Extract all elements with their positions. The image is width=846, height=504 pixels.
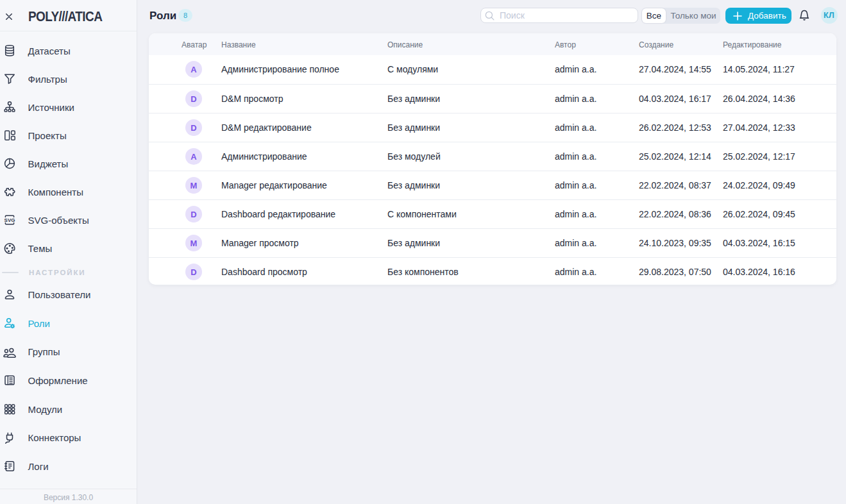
svg-text:SVG: SVG <box>4 217 15 223</box>
